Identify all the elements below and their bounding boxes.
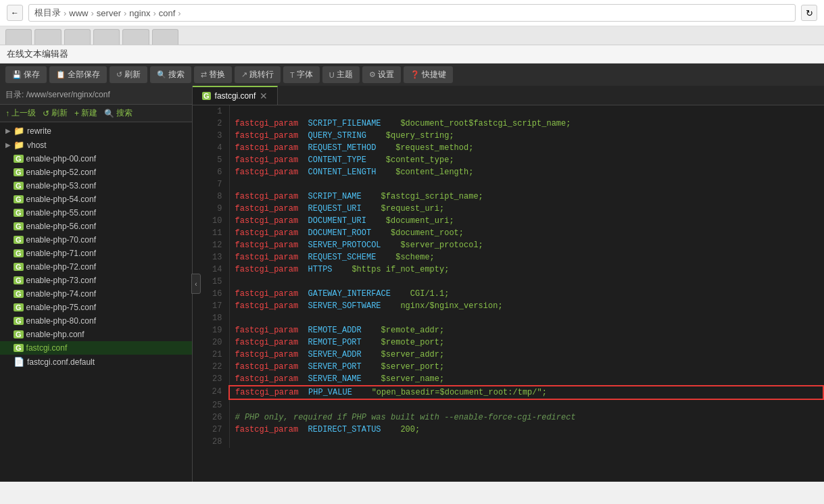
line-code[interactable]: # PHP only, required if PHP was built wi… (229, 411, 823, 424)
line-code[interactable] (229, 399, 823, 411)
subtab-6[interactable] (152, 29, 178, 45)
sidebar-folder-rewrite[interactable]: ▶📁rewrite (0, 124, 192, 138)
sidebar-file-fastcgi.conf[interactable]: Gfastcgi.conf (0, 341, 192, 355)
table-row: 28 (193, 436, 823, 448)
up-arrow-icon: ↑ (5, 109, 9, 118)
save-all-button[interactable]: 📋 全部保存 (49, 66, 107, 83)
line-code[interactable] (229, 312, 823, 324)
breadcrumb-nginx[interactable]: nginx (129, 8, 150, 18)
line-code[interactable]: fastcgi_param SERVER_NAME $server_name; (229, 373, 823, 386)
breadcrumb-server[interactable]: server (97, 8, 121, 18)
collapse-panel-button[interactable]: ‹ (191, 274, 201, 294)
line-code[interactable]: fastcgi_param SERVER_SOFTWARE nginx/$ngi… (229, 300, 823, 312)
code-editor[interactable]: 12fastcgi_param SCRIPT_FILENAME $documen… (193, 105, 824, 482)
line-code[interactable]: fastcgi_param REQUEST_URI $request_uri; (229, 203, 823, 215)
param-value: 200; (400, 425, 420, 434)
line-code[interactable]: fastcgi_param QUERY_STRING $query_string… (229, 130, 823, 142)
settings-button[interactable]: ⚙ 设置 (362, 66, 401, 83)
sidebar-refresh-action[interactable]: ↺ 刷新 (43, 107, 68, 119)
sidebar-file-enable-php-00.conf[interactable]: Genable-php-00.conf (0, 152, 192, 166)
line-code[interactable] (229, 178, 823, 191)
line-code[interactable]: fastcgi_param REMOTE_ADDR $remote_addr; (229, 324, 823, 336)
subtab-1[interactable] (5, 29, 32, 45)
refresh-icon: ↺ (116, 70, 122, 79)
subtab-2[interactable] (34, 29, 61, 45)
sidebar-file-enable-php-56.conf[interactable]: Genable-php-56.conf (0, 220, 192, 233)
line-number: 26 (193, 411, 229, 424)
sidebar-file-enable-php-54.conf[interactable]: Genable-php-54.conf (0, 193, 192, 206)
sidebar-file-enable-php-75.conf[interactable]: Genable-php-75.conf (0, 301, 192, 314)
table-row: 6fastcgi_param CONTENT_LENGTH $content_l… (193, 166, 823, 178)
line-code[interactable]: fastcgi_param PHP_VALUE "open_basedir=$d… (229, 386, 823, 399)
subtab-3[interactable] (64, 29, 91, 45)
line-code[interactable]: fastcgi_param HTTPS $https if_not_empty; (229, 263, 823, 276)
sidebar-search-action[interactable]: 🔍 搜索 (104, 107, 132, 119)
table-row: 15 (193, 276, 823, 288)
line-code[interactable]: fastcgi_param CONTENT_TYPE $content_type… (229, 154, 823, 166)
breadcrumb-root[interactable]: 根目录 (34, 7, 61, 19)
tab-fastcgi-conf[interactable]: G fastcgi.conf ✕ (193, 86, 278, 105)
tab-close-icon[interactable]: ✕ (260, 91, 268, 101)
line-code[interactable] (229, 276, 823, 288)
sidebar-file-enable-php-55.conf[interactable]: Genable-php-55.conf (0, 206, 192, 220)
table-row: 7 (193, 178, 823, 191)
table-row: 12fastcgi_param SERVER_PROTOCOL $server_… (193, 239, 823, 251)
param-value: "open_basedir=$document_root:/tmp/"; (372, 388, 547, 397)
line-code[interactable]: fastcgi_param SERVER_ADDR $server_addr; (229, 349, 823, 361)
line-code[interactable]: fastcgi_param DOCUMENT_ROOT $document_ro… (229, 227, 823, 239)
g-icon: G (14, 344, 24, 352)
sidebar-file-enable-php-53.conf[interactable]: Genable-php-53.conf (0, 179, 192, 193)
line-code[interactable]: fastcgi_param SCRIPT_FILENAME $document_… (229, 118, 823, 130)
sidebar-file-enable-php-72.conf[interactable]: Genable-php-72.conf (0, 260, 192, 274)
shortcut-icon: ❓ (410, 70, 420, 79)
sidebar-folder-vhost[interactable]: ▶📁vhost (0, 138, 192, 152)
sidebar-file-enable-php-73.conf[interactable]: Genable-php-73.conf (0, 274, 192, 287)
file-name: fastcgi.conf (26, 343, 68, 353)
breadcrumb-conf[interactable]: conf (159, 8, 176, 18)
line-code[interactable]: fastcgi_param GATEWAY_INTERFACE CGI/1.1; (229, 288, 823, 300)
theme-button[interactable]: U 主题 (322, 66, 360, 83)
back-button[interactable]: ← (7, 5, 23, 21)
sidebar-file-enable-php-71.conf[interactable]: Genable-php-71.conf (0, 247, 192, 260)
table-row: 14fastcgi_param HTTPS $https if_not_empt… (193, 263, 823, 276)
line-code[interactable]: fastcgi_param SCRIPT_NAME $fastcgi_scrip… (229, 191, 823, 203)
sidebar-file-enable-php-70.conf[interactable]: Genable-php-70.conf (0, 233, 192, 247)
line-code[interactable]: fastcgi_param REMOTE_PORT $remote_port; (229, 336, 823, 349)
goto-button[interactable]: ↗ 跳转行 (235, 66, 281, 83)
save-button[interactable]: 💾 保存 (5, 66, 47, 83)
sidebar-file-enable-php.conf[interactable]: Genable-php.conf (0, 328, 192, 341)
line-code[interactable]: fastcgi_param DOCUMENT_URI $document_uri… (229, 215, 823, 227)
line-code[interactable]: fastcgi_param CONTENT_LENGTH $content_le… (229, 166, 823, 178)
sidebar-file-enable-php-80.conf[interactable]: Genable-php-80.conf (0, 314, 192, 328)
subtab-5[interactable] (122, 29, 149, 45)
search-button[interactable]: 🔍 搜索 (150, 66, 191, 83)
file-name: fastcgi.conf.default (27, 357, 95, 367)
line-number: 6 (193, 166, 229, 178)
line-code[interactable]: fastcgi_param SERVER_PROTOCOL $server_pr… (229, 239, 823, 251)
line-code[interactable]: fastcgi_param SERVER_PORT $server_port; (229, 361, 823, 373)
line-code[interactable] (229, 436, 823, 448)
subtab-4[interactable] (93, 29, 120, 45)
replace-button[interactable]: ⇄ 替换 (194, 66, 232, 83)
sidebar-up-action[interactable]: ↑ 上一级 (5, 107, 36, 119)
shortcut-button[interactable]: ❓ 快捷键 (404, 66, 453, 83)
font-button[interactable]: T 字体 (283, 66, 320, 83)
param-value: $query_string; (386, 131, 454, 141)
file-name: enable-php-74.conf (26, 289, 96, 299)
param-name: DOCUMENT_ROOT (308, 228, 372, 238)
line-code[interactable]: fastcgi_param REQUEST_METHOD $request_me… (229, 142, 823, 154)
font-icon: T (290, 71, 295, 79)
line-code[interactable]: fastcgi_param REQUEST_SCHEME $scheme; (229, 251, 823, 263)
keyword-param: fastcgi_param (235, 168, 299, 177)
sidebar-file-enable-php-52.conf[interactable]: Genable-php-52.conf (0, 166, 192, 179)
line-code[interactable] (229, 105, 823, 118)
refresh-button[interactable]: ↺ 刷新 (110, 66, 147, 83)
breadcrumb-www[interactable]: www (69, 8, 88, 18)
sidebar-file-fastcgi.conf.default[interactable]: 📄fastcgi.conf.default (0, 355, 192, 369)
sidebar-file-enable-php-74.conf[interactable]: Genable-php-74.conf (0, 287, 192, 301)
sidebar-new-action[interactable]: + 新建 (74, 107, 97, 119)
param-value: $request_uri; (381, 204, 445, 213)
page-refresh-button[interactable]: ↻ (801, 5, 817, 21)
line-code[interactable]: fastcgi_param REDIRECT_STATUS 200; (229, 424, 823, 436)
table-row: 11fastcgi_param DOCUMENT_ROOT $document_… (193, 227, 823, 239)
